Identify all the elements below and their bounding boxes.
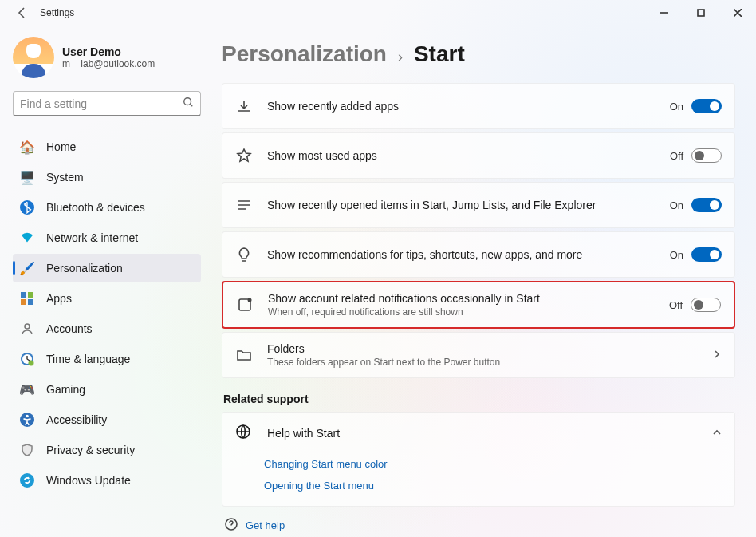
toggle-switch[interactable] — [691, 148, 722, 163]
support-card-header[interactable]: Help with Start — [222, 413, 734, 453]
breadcrumb: Personalization › Start — [222, 41, 735, 67]
svg-point-10 — [29, 361, 34, 366]
get-help-link[interactable]: Get help — [225, 518, 735, 533]
breadcrumb-parent[interactable]: Personalization — [222, 41, 387, 67]
svg-rect-5 — [21, 299, 26, 305]
setting-label: Show recently added apps — [267, 100, 670, 113]
notification-icon — [236, 296, 254, 314]
sidebar-item-bluetooth[interactable]: Bluetooth & devices — [13, 193, 201, 222]
chevron-up-icon — [712, 427, 722, 440]
svg-point-13 — [20, 473, 34, 488]
sidebar-item-system[interactable]: 🖥️ System — [13, 163, 201, 192]
profile[interactable]: User Demo m__lab@outlook.com — [13, 37, 201, 91]
toggle-state: Off — [669, 299, 683, 311]
list-icon — [235, 196, 253, 214]
sidebar-item-accounts[interactable]: Accounts — [13, 314, 201, 343]
toggle-switch[interactable] — [691, 298, 721, 312]
page-title: Start — [414, 41, 465, 67]
setting-sublabel: These folders appear on Start next to th… — [267, 357, 712, 368]
setting-label: Show recommendations for tips, shortcuts… — [267, 248, 670, 261]
setting-folders[interactable]: Folders These folders appear on Start ne… — [222, 332, 735, 378]
support-link-opening[interactable]: Opening the Start menu — [264, 480, 722, 492]
accessibility-icon — [19, 412, 35, 428]
personalization-icon: 🖌️ — [19, 260, 35, 276]
svg-rect-6 — [28, 299, 33, 305]
main-content: Personalization › Start Show recently ad… — [214, 26, 756, 537]
setting-most-used[interactable]: Show most used apps Off — [222, 132, 735, 179]
sidebar-item-label: Windows Update — [46, 474, 131, 487]
setting-label: Show account related notifications occas… — [268, 292, 669, 305]
sidebar-item-home[interactable]: 🏠 Home — [13, 132, 201, 161]
sidebar: User Demo m__lab@outlook.com 🏠 Home 🖥️ S… — [0, 26, 214, 537]
sidebar-item-label: Apps — [46, 292, 72, 305]
search-icon — [183, 97, 194, 110]
sidebar-item-label: Network & internet — [46, 231, 138, 244]
shield-icon — [19, 442, 35, 458]
home-icon: 🏠 — [19, 139, 35, 155]
toggle-state: On — [670, 249, 683, 261]
svg-rect-0 — [698, 10, 704, 16]
app-title: Settings — [40, 7, 74, 18]
update-icon — [19, 472, 35, 488]
svg-point-1 — [184, 98, 191, 105]
sidebar-item-gaming[interactable]: 🎮 Gaming — [13, 375, 201, 404]
wifi-icon — [19, 230, 35, 246]
help-icon — [225, 518, 238, 533]
lightbulb-icon — [235, 246, 253, 263]
toggle-state: On — [670, 101, 683, 113]
toggle-switch[interactable] — [691, 247, 722, 262]
sidebar-item-label: Privacy & security — [46, 444, 135, 456]
system-icon: 🖥️ — [19, 169, 35, 185]
support-link-color[interactable]: Changing Start menu color — [264, 458, 722, 470]
sidebar-item-time[interactable]: Time & language — [13, 345, 201, 373]
apps-icon — [19, 290, 35, 306]
maximize-button[interactable] — [683, 0, 719, 26]
chevron-right-icon — [712, 349, 722, 361]
sidebar-item-apps[interactable]: Apps — [13, 284, 201, 313]
sidebar-item-network[interactable]: Network & internet — [13, 223, 201, 252]
support-card: Help with Start Changing Start menu colo… — [222, 412, 735, 507]
sidebar-item-label: Accessibility — [46, 413, 107, 426]
toggle-switch[interactable] — [691, 99, 722, 113]
globe-icon — [235, 424, 253, 442]
setting-recent-items[interactable]: Show recently opened items in Start, Jum… — [222, 182, 735, 228]
chevron-right-icon: › — [398, 49, 403, 65]
sidebar-item-label: Home — [46, 140, 76, 153]
setting-label: Folders — [267, 342, 712, 355]
svg-point-12 — [26, 415, 29, 418]
toggle-switch[interactable] — [691, 198, 722, 212]
setting-recommendations[interactable]: Show recommendations for tips, shortcuts… — [222, 231, 735, 278]
sidebar-item-label: Bluetooth & devices — [46, 201, 145, 214]
setting-label: Show recently opened items in Start, Jum… — [267, 199, 670, 211]
folder-icon — [235, 346, 253, 364]
sidebar-item-label: Time & language — [46, 353, 130, 365]
sidebar-item-label: System — [46, 171, 84, 184]
minimize-button[interactable] — [646, 0, 683, 26]
sidebar-item-label: Personalization — [46, 262, 123, 274]
download-icon — [235, 97, 253, 115]
related-support-heading: Related support — [223, 393, 735, 405]
avatar — [13, 37, 54, 78]
svg-rect-4 — [28, 292, 33, 298]
sidebar-item-update[interactable]: Windows Update — [13, 466, 201, 495]
back-button[interactable] — [16, 6, 30, 19]
sidebar-item-personalization[interactable]: 🖌️ Personalization — [13, 254, 201, 282]
sidebar-item-privacy[interactable]: Privacy & security — [13, 436, 201, 464]
toggle-state: Off — [670, 150, 683, 162]
search-input[interactable] — [20, 97, 183, 110]
sidebar-item-label: Gaming — [46, 383, 85, 396]
sidebar-item-label: Accounts — [46, 322, 93, 335]
accounts-icon — [19, 321, 35, 337]
svg-rect-3 — [21, 292, 26, 298]
search-box[interactable] — [13, 91, 201, 116]
close-button[interactable] — [719, 0, 756, 26]
profile-name: User Demo — [62, 45, 155, 58]
nav-list: 🏠 Home 🖥️ System Bluetooth & devices Net… — [13, 132, 201, 495]
star-icon — [235, 147, 253, 164]
bluetooth-icon — [19, 199, 35, 215]
setting-account-notifications[interactable]: Show account related notifications occas… — [222, 281, 735, 329]
setting-recently-added[interactable]: Show recently added apps On — [222, 83, 735, 129]
clock-icon — [19, 351, 35, 367]
setting-sublabel: When off, required notifications are sti… — [268, 306, 669, 318]
sidebar-item-accessibility[interactable]: Accessibility — [13, 405, 201, 434]
